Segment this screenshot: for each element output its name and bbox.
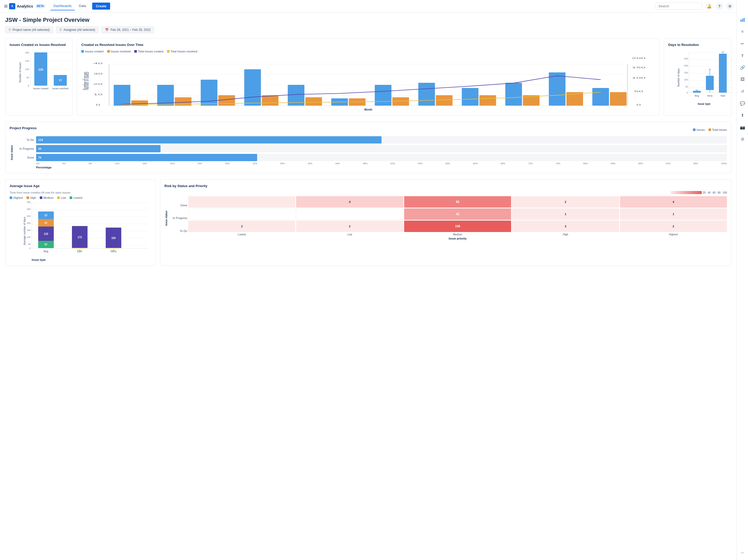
svg-text:0: 0	[96, 103, 100, 106]
x-tick-36pct: 36%	[280, 162, 285, 165]
svg-text:50: 50	[634, 90, 643, 93]
create-button[interactable]: Create	[92, 3, 110, 9]
resolution-chart: Days to Resolution Number of days 0	[664, 39, 731, 116]
scale-20: 20	[703, 191, 706, 194]
legend-low-dot	[57, 196, 60, 199]
sidebar-refresh-icon[interactable]: ↺	[739, 87, 747, 96]
risk-label-done: Done	[169, 199, 187, 211]
nav-data[interactable]: Data	[76, 2, 89, 10]
legend-lowest: Lowest	[70, 196, 82, 199]
svg-rect-46	[418, 83, 435, 106]
cell-done-low: 4	[296, 196, 403, 208]
progress-inprogress-issues-value: 44	[38, 147, 41, 150]
scale-40: 40	[708, 191, 710, 194]
cell-todo-low: 2	[296, 221, 403, 232]
legend-total-created: Total Issues created	[134, 50, 163, 53]
age-chart: Average Issue Age Time from issue creati…	[5, 179, 156, 266]
risk-label-todo: To Do	[169, 225, 187, 237]
search-input[interactable]	[656, 3, 702, 9]
resolution-svg: 0 50 100 150 200 250 Bug Stor	[681, 50, 733, 102]
svg-rect-41	[201, 80, 217, 106]
progress-x-label: Percentage	[36, 166, 727, 169]
progress-row-inprogress: 44 239	[36, 145, 727, 152]
risk-x-highest: Highest	[620, 233, 727, 236]
svg-rect-99	[719, 54, 727, 93]
issues-bar-svg: 0 50 100 150 200 239 77 Issues created I…	[23, 50, 74, 94]
grid-icon[interactable]: ⊞	[4, 4, 7, 8]
svg-rect-55	[305, 97, 322, 106]
svg-text:150: 150	[25, 60, 29, 62]
legend-high: High	[26, 196, 36, 199]
cell-done-high: 2	[512, 196, 619, 208]
sidebar-text-icon[interactable]: T	[739, 51, 747, 60]
svg-text:100: 100	[27, 236, 31, 239]
filter-assignee[interactable]: ▽ Assignee (All selected)	[56, 26, 98, 33]
svg-text:100: 100	[684, 78, 688, 81]
sidebar-filter-icon[interactable]: ≡	[739, 27, 747, 36]
issues-bar-title: Issues Created vs Issues Resolved	[9, 43, 68, 47]
cell-inprogress-medium: 42	[404, 209, 511, 220]
legend-issues: Issues	[693, 128, 705, 131]
risk-x-low: Low	[296, 233, 403, 236]
x-tick-56pct: 56%	[418, 162, 423, 165]
combined-svg: 0 10 20 30 40 0 50 100 150 200 Number of…	[81, 55, 655, 107]
age-title: Average Issue Age	[9, 184, 151, 188]
app-logo: A	[9, 3, 15, 9]
legend-high-dot	[26, 196, 29, 199]
sidebar-upload-icon[interactable]: ⬆	[739, 111, 747, 119]
svg-text:350: 350	[27, 201, 31, 203]
risk-label-inprogress: In Progress	[169, 212, 187, 224]
filter-project-label: Project name (All selected)	[13, 28, 50, 32]
svg-rect-58	[436, 95, 452, 106]
main-nav: Dashboards Data	[50, 2, 89, 10]
risk-y-axis: Issue status	[164, 196, 168, 240]
right-sidebar: ≡ ✏ T 🔗 🖼 ↺ 💬 ⬆ 📷 ⚙ ↔	[737, 0, 748, 270]
legend-low-label: Low	[61, 196, 66, 199]
svg-rect-90	[693, 91, 701, 93]
svg-text:30: 30	[93, 72, 102, 75]
legend-total-resolved-dot	[167, 50, 170, 53]
main-content: JSW - Simple Project Overview ▽ Project …	[0, 13, 737, 270]
progress-legend: Issues Total issues	[693, 128, 727, 131]
x-tick-60pct: 60%	[445, 162, 450, 165]
notifications-icon[interactable]: 🔔	[705, 3, 713, 10]
svg-rect-0	[741, 20, 742, 22]
risk-heatmap: 4 66 2 4 42 1 1 2 2 109 3	[188, 196, 727, 240]
sidebar-link-icon[interactable]: 🔗	[739, 63, 747, 72]
cell-inprogress-low	[296, 209, 403, 220]
progress-x-ticks: 0% 4% 8% 12% 16% 20% 24% 28% 32% 36% 40%…	[36, 162, 727, 165]
help-icon[interactable]: ?	[716, 3, 723, 10]
resolution-title: Days to Resolution	[668, 43, 727, 47]
issues-bar-chart: Issues Created vs Issues Resolved Number…	[5, 39, 73, 116]
x-tick-88pct: 88%	[638, 162, 643, 165]
legend-high-label: High	[30, 196, 36, 199]
resolution-y-label: Number of days	[677, 69, 680, 87]
legend-total-created-dot	[134, 50, 137, 53]
legend-created-label: Issues created	[85, 50, 103, 53]
age-x-label: Issue type	[32, 258, 151, 261]
risk-x-label: Issue priority	[188, 237, 727, 240]
sidebar-comment-icon[interactable]: 💬	[739, 99, 747, 107]
cell-todo-highest: 2	[620, 221, 727, 232]
svg-rect-42	[244, 69, 261, 106]
sidebar-image-icon[interactable]: 🖼	[739, 75, 747, 83]
filter-project[interactable]: ▽ Project name (All selected)	[5, 26, 53, 33]
legend-highest: Highest	[9, 196, 23, 199]
sidebar-gear-icon[interactable]: ⚙	[739, 135, 747, 143]
risk-title: Risk by Status and Priority	[164, 184, 727, 188]
cell-done-highest: 4	[620, 196, 727, 208]
x-tick-68pct: 68%	[500, 162, 505, 165]
logo-area: ⊞ A Analytics BETA	[4, 3, 45, 9]
nav-dashboards[interactable]: Dashboards	[50, 2, 75, 10]
svg-text:Story: Story	[707, 94, 713, 97]
svg-rect-94	[706, 76, 714, 90]
sidebar-camera-icon[interactable]: 📷	[739, 123, 747, 131]
sidebar-bar-chart-icon[interactable]	[739, 16, 747, 24]
svg-text:Task: Task	[721, 94, 725, 97]
progress-header: Project Progress Issues Total issues	[9, 126, 727, 133]
settings-icon[interactable]: ⚙	[726, 3, 733, 10]
svg-text:Story: Story	[110, 250, 116, 253]
svg-text:57: 57	[44, 214, 48, 217]
filter-date[interactable]: 📅 Feb 28, 2021 – Feb 28, 2022	[101, 26, 154, 33]
sidebar-pencil-icon[interactable]: ✏	[739, 40, 747, 48]
